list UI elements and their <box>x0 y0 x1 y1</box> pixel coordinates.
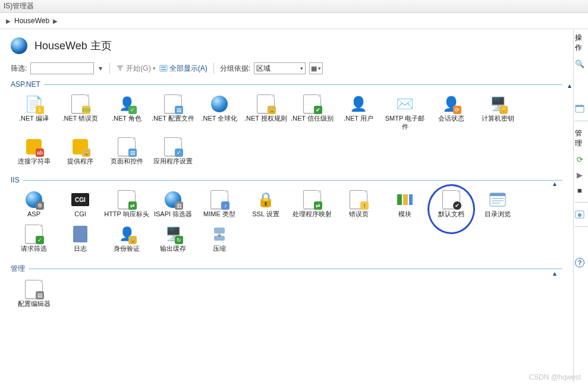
feature-item[interactable]: 🔒SSL 设置 <box>243 189 289 220</box>
feature-item[interactable]: ♪MIME 类型 <box>196 189 243 220</box>
feature-item[interactable]: 👤⟳会话状态 <box>428 93 474 132</box>
feature-icon: ▤ <box>163 94 183 113</box>
feature-label: .NET 错误页 <box>62 115 99 123</box>
show-all-icon <box>159 64 168 72</box>
feature-label: .NET 用户 <box>344 115 373 123</box>
feature-icon: 🔒 <box>256 94 275 113</box>
feature-item[interactable]: !错误页 <box>335 189 382 220</box>
feature-label: 提供程序 <box>67 157 93 166</box>
filter-toolbar: 筛选: ▾ 开始(G) ▾ 全部显示(A) 分组依据: 区域 ▾ ▦ ▾ <box>11 62 562 74</box>
svg-rect-1 <box>161 67 166 68</box>
stop-icon[interactable]: ■ <box>575 185 584 195</box>
feature-label: .NET 授权规则 <box>244 115 287 123</box>
feature-item[interactable]: 404.NET 错误页 <box>57 93 103 132</box>
breadcrumb-item[interactable]: HouseWeb <box>14 17 49 25</box>
funnel-icon <box>116 64 124 72</box>
feature-item[interactable]: ⇄处理程序映射 <box>289 189 335 220</box>
feature-icon: CGI <box>71 190 90 209</box>
breadcrumb: ▶ HouseWeb ▶ <box>0 13 588 29</box>
feature-item[interactable]: ✔默认文档 <box>428 189 474 220</box>
feature-item[interactable]: ✓请求筛选 <box>11 223 57 254</box>
browse-icon[interactable] <box>575 104 584 113</box>
section-manage: 管理 ▴ ▤配置编辑器 <box>11 264 562 310</box>
feature-label: 页面和控件 <box>111 157 143 166</box>
feature-item[interactable]: ▤配置编辑器 <box>11 279 57 310</box>
feature-item[interactable]: 压缩 <box>196 223 243 254</box>
feature-item[interactable]: ⚙ASP <box>11 189 57 220</box>
feature-label: 目录浏览 <box>485 210 511 219</box>
svg-rect-8 <box>492 198 504 199</box>
feature-item[interactable]: .NET 全球化 <box>196 93 243 132</box>
feature-item[interactable]: 👤🔒身份验证 <box>103 223 150 254</box>
collapse-icon[interactable]: ▴ <box>553 269 556 277</box>
feature-icon <box>71 225 90 244</box>
collapse-icon[interactable]: ▴ <box>568 81 571 90</box>
feature-item[interactable]: ✓应用程序设置 <box>150 136 196 167</box>
feature-item[interactable]: ✉️SMTP 电子邮件 <box>382 93 428 132</box>
separator <box>213 63 214 74</box>
collapse-icon[interactable]: ▴ <box>553 179 556 188</box>
feature-item[interactable]: 目录浏览 <box>474 189 521 220</box>
page-title: HouseWeb 主页 <box>34 39 112 53</box>
filter-input[interactable] <box>30 62 94 74</box>
feature-item[interactable]: ▥ISAPI 筛选器 <box>150 189 196 220</box>
group-by-combo[interactable]: 区域 ▾ <box>254 62 306 74</box>
actions-header: 操作 <box>575 33 588 53</box>
site-globe-icon <box>11 37 27 54</box>
start-button[interactable]: 开始(G) ▾ <box>116 64 155 74</box>
feature-item[interactable]: ▤页面和控件 <box>103 136 150 167</box>
feature-label: 请求筛选 <box>21 245 47 253</box>
feature-item[interactable]: ab连接字符串 <box>11 136 57 167</box>
section-aspnet: ASP.NET ▴ 📄⇩.NET 编译404.NET 错误页👤✓.NET 角色▤… <box>11 80 562 166</box>
feature-icon: ⚙ <box>24 190 43 209</box>
feature-label: .NET 角色 <box>112 115 142 123</box>
svg-rect-9 <box>492 200 504 201</box>
svg-rect-14 <box>576 105 584 107</box>
filter-label: 筛选: <box>11 64 27 74</box>
feature-item[interactable]: 👤✓.NET 角色 <box>103 93 150 132</box>
explore-icon[interactable]: 🔍 <box>575 59 584 68</box>
browse-site-icon[interactable] <box>575 210 584 219</box>
feature-item[interactable]: 日志 <box>57 223 103 254</box>
feature-item[interactable]: CGICGI <box>57 189 103 220</box>
feature-item[interactable]: 🔒提供程序 <box>57 136 103 167</box>
window-title: IS)管理器 <box>4 2 34 10</box>
help-icon[interactable]: ? <box>575 258 584 267</box>
feature-icon: 404 <box>71 94 90 113</box>
feature-item[interactable]: ▤.NET 配置文件 <box>150 93 196 132</box>
feature-label: .NET 配置文件 <box>152 115 194 123</box>
feature-icon: 👤🔒 <box>117 225 136 244</box>
view-switch[interactable]: ▦ ▾ <box>309 62 323 74</box>
feature-label: SSL 设置 <box>252 210 279 219</box>
start-icon[interactable]: ▶ <box>575 170 584 179</box>
group-by-value: 区域 <box>256 64 271 74</box>
feature-label: 压缩 <box>213 245 226 253</box>
feature-icon: 👤✓ <box>117 94 136 113</box>
feature-item[interactable]: ✔.NET 信任级别 <box>289 93 335 132</box>
feature-item[interactable]: 模块 <box>382 189 428 220</box>
feature-item[interactable]: 📄⇩.NET 编译 <box>11 93 57 132</box>
feature-item[interactable]: 🖥️🔑计算机密钥 <box>474 93 521 132</box>
feature-icon <box>210 94 229 113</box>
feature-item[interactable]: 🔒.NET 授权规则 <box>243 93 289 132</box>
feature-label: HTTP 响应标头 <box>104 210 149 219</box>
feature-label: .NET 信任级别 <box>291 115 334 123</box>
feature-item[interactable]: 🖥️↻输出缓存 <box>150 223 196 254</box>
feature-icon: ▤ <box>24 280 43 299</box>
feature-item[interactable]: ⇄HTTP 响应标头 <box>103 189 150 220</box>
filter-dropdown-icon[interactable]: ▾ <box>98 64 103 72</box>
show-all-button[interactable]: 全部显示(A) <box>159 64 207 74</box>
feature-label: 身份验证 <box>114 245 140 253</box>
feature-icon <box>210 225 229 244</box>
feature-item[interactable]: 👤.NET 用户 <box>335 93 382 132</box>
feature-icon: ✔ <box>303 94 322 113</box>
breadcrumb-chevron-icon: ▶ <box>53 18 58 24</box>
window-title-bar: IS)管理器 <box>0 0 588 13</box>
feature-icon: 🖥️🔑 <box>488 94 507 113</box>
feature-label: 错误页 <box>349 210 369 219</box>
section-title: ASP.NET <box>11 80 40 89</box>
svg-rect-2 <box>161 69 166 70</box>
restart-icon[interactable]: ⟳ <box>575 154 584 164</box>
svg-rect-5 <box>409 194 413 205</box>
feature-label: 模块 <box>398 210 411 219</box>
